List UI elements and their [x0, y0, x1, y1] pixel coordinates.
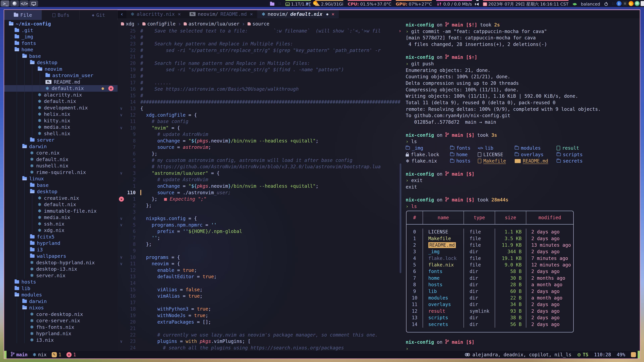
tree-item-nushell.nix[interactable]: nushell.nix — [4, 163, 118, 169]
code-token: = — [194, 274, 202, 279]
terminal-line: Counting objects: 100% (21/21), done. — [406, 73, 640, 80]
tray-bluetooth[interactable]: ᛒ — [616, 1, 622, 6]
tree-item-hyprland[interactable]: hyprland — [4, 240, 118, 247]
stat-calendar: 2023年 07月 29日 星期六 16:16:11 CST — [483, 0, 568, 7]
tree-item-_img[interactable]: _img — [4, 33, 118, 40]
workspace-monitor[interactable] — [29, 0, 38, 6]
tree-item-neovim[interactable]: neovim — [4, 66, 118, 72]
tree-item-default.nix[interactable]: default.nix — [4, 98, 118, 105]
tree-item-default.nix[interactable]: default.nix●× — [4, 85, 118, 92]
code-token: true — [197, 306, 208, 312]
tree-item-home[interactable]: home — [4, 46, 118, 53]
tree-item-darwin[interactable]: darwin — [4, 298, 118, 305]
tree-item-lib[interactable]: lib — [4, 285, 118, 292]
shell-prompt[interactable]: ›git push — [406, 60, 640, 67]
scrollbar-thumb[interactable] — [400, 163, 401, 273]
tree-item-ssh.nix[interactable]: ssh.nix — [4, 221, 118, 227]
desktop: >_</> >_ ∷1.1T/1.8T2.9Gi/31GiCPU:01.5%+3… — [0, 0, 644, 362]
tree-item-fonts[interactable]: fonts — [4, 40, 118, 46]
tree-item-default.nix[interactable]: default.nix — [4, 201, 118, 208]
pick-buffer-button[interactable]: ‹ — [118, 10, 126, 18]
tree-item-README.md[interactable]: M↓README.md — [4, 79, 118, 85]
tree-item-core-desktop.nix[interactable]: core-desktop.nix — [4, 311, 118, 318]
tree-item-fcitx5[interactable]: fcitx5 — [4, 234, 118, 240]
tree-item-xdg.nix[interactable]: xdg.nix — [4, 227, 118, 234]
line-number: 23 — [125, 41, 136, 46]
shell-prompt[interactable]: ›ls — [406, 203, 640, 210]
tree-item-rime-squirrel.nix[interactable]: rime-squirrel.nix — [4, 169, 118, 176]
tree-item-hosts[interactable]: hosts — [4, 279, 118, 285]
buffer-tab-default.nix[interactable]: neovim/default.nix●× — [257, 10, 339, 18]
tree-item-nixos[interactable]: nixos — [4, 305, 118, 311]
tree-item-darwin[interactable]: darwin — [4, 143, 118, 150]
neotree-tab-git[interactable]: Git — [80, 10, 118, 20]
tree-item-label: fhs-fonts.nix — [36, 324, 74, 330]
tree-item-media.nix[interactable]: media.nix — [4, 214, 118, 221]
shell-prompt[interactable]: ›git commit -am "feat: catppuccin-mocha … — [406, 28, 640, 35]
tree-item-shell.nix[interactable]: shell.nix — [4, 130, 118, 137]
tree-item-core.nix[interactable]: core.nix — [4, 150, 118, 156]
breadcrumb-item-astronvim-lua-user[interactable]: astronvim/lua/user — [184, 21, 239, 27]
tree-item-desktop-i3.nix[interactable]: desktop-i3.nix — [4, 266, 118, 272]
folder-icon — [30, 184, 34, 187]
code-area[interactable]: 25# Save the selected text to a file: `:… — [118, 28, 401, 351]
tree-item-alacritty.nix[interactable]: alacritty.nix — [4, 92, 118, 98]
tree-item-base[interactable]: base — [4, 182, 118, 189]
neotree-tab-bufs[interactable]: Bufs — [42, 10, 80, 20]
tray-app-dark[interactable]: ⌸ — [622, 1, 628, 6]
tree-item-base[interactable]: base — [4, 53, 118, 59]
shell-prompt[interactable]: ›exit — [406, 177, 640, 184]
tree-item-modules[interactable]: modules — [4, 292, 118, 298]
tree-item-fhs-fonts.nix[interactable]: fhs-fonts.nix — [4, 324, 118, 331]
tree-item-desktop[interactable]: desktop — [4, 59, 118, 66]
neotree-tab-file[interactable]: File — [4, 10, 42, 20]
close-buffer-icon[interactable]: × — [250, 11, 253, 17]
tree-item-.git[interactable]: .git — [4, 27, 118, 34]
tree-item-wallpapers[interactable]: wallpapers — [4, 253, 118, 259]
tree-item-helix.nix[interactable]: helix.nix — [4, 111, 118, 117]
breadcrumb-item-configFile[interactable]: configFile — [142, 21, 176, 27]
terminal-line: exit — [406, 184, 640, 190]
tree-item-creative.nix[interactable]: creative.nix — [4, 195, 118, 201]
breadcrumb-item-xdg[interactable]: xdg — [121, 21, 134, 27]
tree-item-linux[interactable]: linux — [4, 175, 118, 182]
tree-item-astronvim_user[interactable]: astronvim_user — [4, 72, 118, 79]
tree-item-i3.nix[interactable]: i3.nix — [4, 337, 118, 344]
tree-item-hyprland.nix[interactable]: hyprland.nix — [4, 330, 118, 337]
file-name: home — [428, 275, 440, 281]
terminal-pane[interactable]: nix-config on main [$!] took 2s›git comm… — [401, 20, 640, 351]
workspace-terminal[interactable]: >_ — [1, 0, 10, 6]
tree-item-server[interactable]: server — [4, 137, 118, 143]
line-number: 23 — [125, 339, 136, 344]
folder-open-icon — [38, 67, 42, 71]
tray-app-green[interactable] — [634, 1, 640, 6]
workspace-firefox[interactable] — [10, 0, 19, 6]
table-row: 2README.mdfile11.9 KB13 minutes ago — [406, 242, 573, 248]
tree-item-immutable-file.nix[interactable]: immutable-file.nix — [4, 208, 118, 214]
tree-item-~/nix-config[interactable]: ~/nix-config — [4, 21, 118, 27]
terminal-mini-icon[interactable]: >_ — [306, 1, 310, 6]
tree-item-media.nix[interactable]: media.nix — [4, 124, 118, 130]
buffer-tab-README.md[interactable]: M↓neovim/README.md× — [185, 10, 257, 18]
tray-firefox-orange[interactable] — [628, 1, 634, 6]
tree-item-desktop-hyprland.nix[interactable]: desktop-hyprland.nix — [4, 259, 118, 266]
shell-prompt[interactable]: ›ls — [406, 138, 640, 145]
buffer-tab-alacritty.nix[interactable]: alacritty.nix× — [126, 10, 185, 18]
tree-item-i3[interactable]: i3 — [4, 247, 118, 253]
table-header-name: name — [423, 211, 464, 224]
close-buffer-icon[interactable]: × — [332, 11, 334, 17]
shell-prompt[interactable]: › — [406, 346, 640, 351]
tree-item-desktop[interactable]: desktop — [4, 188, 118, 195]
close-buffer-icon[interactable]: × — [178, 11, 181, 17]
tree-item-development.nix[interactable]: development.nix — [4, 105, 118, 111]
breadcrumb-item-source[interactable]: source — [248, 21, 269, 27]
tree-item-core-server.nix[interactable]: core-server.nix — [4, 318, 118, 324]
editor-scrollbar[interactable] — [400, 28, 401, 351]
tree-item-default.nix[interactable]: default.nix — [4, 156, 118, 163]
treesitter-segment: ⊙ TS — [577, 352, 588, 358]
tray-window-white[interactable] — [641, 1, 644, 6]
tree-item-server.nix[interactable]: server.nix — [4, 272, 118, 279]
buffer-name: default.nix — [290, 11, 322, 17]
workspace-code[interactable]: </> — [20, 0, 28, 6]
tree-item-kitty.nix[interactable]: kitty.nix — [4, 117, 118, 124]
